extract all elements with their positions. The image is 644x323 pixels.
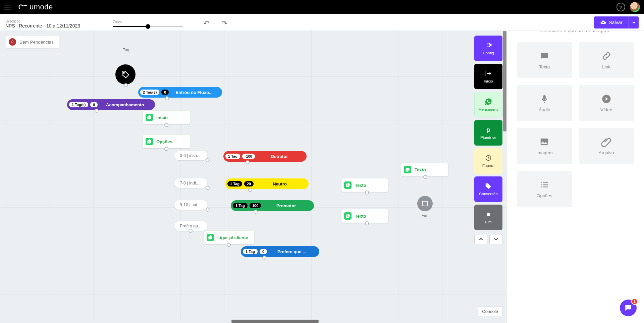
node-label: Detrator [257, 154, 302, 159]
option-0-6[interactable]: 0-6 | insa... [174, 151, 207, 160]
image-icon [539, 137, 549, 147]
notification-badge: 1 [631, 298, 638, 305]
vertical-scrollbar[interactable] [503, 31, 506, 131]
save-label: Salvar [609, 20, 623, 25]
pipedrive-icon: p [485, 126, 492, 133]
tag-start-node[interactable] [115, 64, 136, 85]
palette-conversao[interactable]: Conversão [474, 176, 502, 202]
link-icon [601, 51, 611, 61]
console-button[interactable]: Console [478, 307, 502, 316]
description-field[interactable]: Descrição NPS | Recorrente - 10 a 12/11/… [5, 19, 99, 29]
tile-imagem[interactable]: Imagem [517, 128, 572, 164]
undo-button[interactable]: ↶ [203, 19, 209, 28]
tag-icon [121, 70, 130, 79]
node-label: Promotor [263, 203, 309, 208]
stop-icon [485, 211, 492, 218]
node-texto-3[interactable]: Texto [341, 209, 388, 223]
description-label: Descrição [5, 19, 99, 23]
end-node-caption: Fim [417, 213, 433, 218]
chip-tagcount: 2 Tag(s) [140, 90, 159, 95]
menu-icon[interactable] [4, 3, 12, 11]
node-texto-1[interactable]: Texto [401, 163, 448, 176]
palette-pipedrive[interactable]: pPipedrive [474, 120, 502, 146]
node-texto-2[interactable]: Texto [341, 178, 388, 192]
scroll-up-button[interactable] [474, 234, 487, 244]
chip-tagcount: 1 Tag [233, 203, 248, 208]
flow-canvas[interactable]: 0 Sem Pendências [0, 31, 506, 323]
zoom-slider[interactable]: Zoom [113, 20, 183, 29]
chip-score: 0 [161, 90, 169, 95]
node-ligar-cliente[interactable]: Ligar p/ cliente [204, 231, 254, 244]
whatsapp-icon [146, 138, 153, 145]
node-detrator[interactable]: 1 Tag -100 Detrator [223, 151, 307, 162]
play-circle-icon [601, 94, 611, 104]
clock-icon [485, 154, 492, 162]
node-label: Opções [156, 139, 172, 144]
mic-icon [539, 94, 549, 104]
chat-bubble-icon [624, 304, 633, 312]
node-label: Texto [355, 183, 366, 188]
tile-link[interactable]: Link [579, 42, 634, 78]
tag-node-caption: Tag [123, 48, 129, 52]
palette-config[interactable]: Config [474, 36, 502, 61]
help-icon[interactable]: ? [616, 3, 625, 11]
end-node[interactable] [417, 196, 433, 211]
whatsapp-icon [485, 98, 492, 105]
chip-tagcount: 1 Tag(s) [69, 102, 88, 107]
tile-texto[interactable]: Texto [517, 42, 572, 78]
option-7-8[interactable]: 7-8 | indi... [174, 178, 207, 188]
attachment-icon [601, 137, 611, 147]
start-arrow-icon [485, 70, 492, 77]
node-label: Ligar p/ cliente [217, 235, 248, 240]
pending-pill[interactable]: 0 Sem Pendências [6, 36, 59, 48]
horizontal-scrollbar[interactable] [0, 320, 506, 323]
palette-fim[interactable]: Fim [474, 205, 502, 230]
list-icon [539, 180, 549, 190]
chevron-down-icon [632, 21, 636, 24]
brand-text: umode [30, 3, 53, 11]
node-palette: Config Início Mensagens pPipedrive Esper… [474, 36, 502, 244]
tile-audio[interactable]: Áudio [517, 85, 572, 121]
scroll-down-button[interactable] [489, 234, 502, 244]
chip-score: -100 [242, 154, 255, 159]
chip-score: 20 [244, 181, 254, 186]
chip-tagcount: 1 Tag [227, 181, 242, 186]
node-prefere[interactable]: 1 Tag 0 Prefere que ... [241, 246, 319, 257]
node-label: Entrou no Fluxo... [171, 90, 217, 95]
chevron-down-icon [494, 237, 498, 241]
avatar[interactable] [630, 2, 640, 12]
brand: umode [18, 3, 53, 11]
app-topbar: umode ? [0, 0, 644, 14]
redo-button[interactable]: ↷ [221, 19, 227, 28]
chevron-up-icon [479, 237, 483, 241]
palette-inicio[interactable]: Início [474, 64, 502, 89]
zoom-thumb[interactable] [146, 24, 150, 29]
save-dropdown[interactable] [629, 16, 639, 29]
node-inicio-msg[interactable]: Início [143, 111, 190, 124]
whatsapp-icon [146, 114, 153, 121]
description-value: NPS | Recorrente - 10 a 12/11/2023 [5, 23, 99, 29]
palette-mensagens[interactable]: Mensagens [474, 92, 502, 117]
tile-opcoes[interactable]: Opções [517, 171, 572, 207]
chat-icon [539, 51, 549, 61]
save-button[interactable]: Salvar [594, 16, 629, 29]
zoom-label: Zoom [113, 20, 183, 24]
chip-score: 100 [250, 203, 261, 208]
option-9-10[interactable]: 9-10 | sat... [174, 200, 207, 210]
intercom-launcher[interactable]: 1 [620, 300, 637, 316]
tile-arquivo[interactable]: Arquivo [579, 128, 634, 164]
chip-score: 0 [90, 102, 98, 107]
node-opcoes[interactable]: Opções [143, 135, 190, 148]
node-acompanhamento[interactable]: 1 Tag(s) 0 Acompanhamento [67, 99, 155, 110]
node-label: Início [156, 115, 168, 120]
node-promotor[interactable]: 1 Tag 100 Promotor [231, 200, 314, 211]
palette-espera[interactable]: Espera [474, 148, 502, 174]
tile-video[interactable]: Vídeo [579, 85, 634, 121]
pending-text: Sem Pendências [19, 40, 54, 45]
svg-rect-4 [487, 213, 490, 216]
node-neutro[interactable]: 1 Tag 20 Neutro [225, 178, 309, 189]
node-entrou-fluxo[interactable]: 2 Tag(s) 0 Entrou no Fluxo... [138, 87, 222, 98]
pending-count-badge: 0 [9, 38, 16, 46]
svg-point-3 [487, 184, 488, 185]
whatsapp-icon [207, 234, 214, 241]
